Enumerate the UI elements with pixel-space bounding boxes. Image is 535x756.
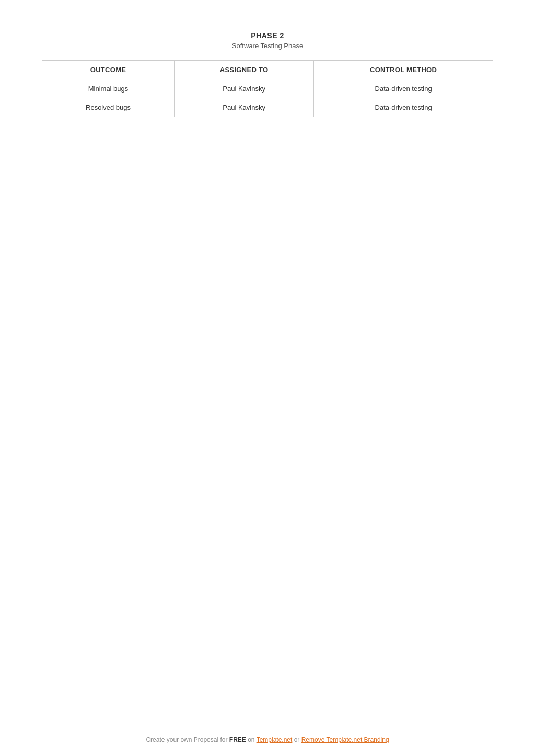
table-row: Minimal bugs Paul Kavinsky Data-driven t… <box>42 79 493 98</box>
data-table: OUTCOME ASSIGNED TO CONTROL METHOD Minim… <box>42 60 493 117</box>
footer-link-template[interactable]: Template.net <box>257 736 293 743</box>
cell-control-2: Data-driven testing <box>314 98 493 117</box>
table-header-row: OUTCOME ASSIGNED TO CONTROL METHOD <box>42 61 493 79</box>
footer-text-separator: or <box>292 736 301 743</box>
table-body: Minimal bugs Paul Kavinsky Data-driven t… <box>42 79 493 117</box>
footer: Create your own Proposal for FREE on Tem… <box>0 736 535 743</box>
footer-text-prefix: Create your own Proposal for <box>146 736 229 743</box>
phase-header: PHASE 2 Software Testing Phase <box>42 31 493 50</box>
table-row: Resolved bugs Paul Kavinsky Data-driven … <box>42 98 493 117</box>
cell-assigned-1: Paul Kavinsky <box>175 79 314 98</box>
col-header-outcome: OUTCOME <box>42 61 175 79</box>
col-header-control-method: CONTROL METHOD <box>314 61 493 79</box>
cell-control-1: Data-driven testing <box>314 79 493 98</box>
page-content: PHASE 2 Software Testing Phase OUTCOME A… <box>0 0 535 169</box>
phase-title: PHASE 2 <box>42 31 493 40</box>
footer-text-middle: on <box>246 736 257 743</box>
cell-assigned-2: Paul Kavinsky <box>175 98 314 117</box>
col-header-assigned-to: ASSIGNED TO <box>175 61 314 79</box>
footer-free-label: FREE <box>229 736 246 743</box>
footer-link-remove-branding[interactable]: Remove Template.net Branding <box>301 736 389 743</box>
cell-outcome-1: Minimal bugs <box>42 79 175 98</box>
phase-subtitle: Software Testing Phase <box>42 42 493 50</box>
table-head: OUTCOME ASSIGNED TO CONTROL METHOD <box>42 61 493 79</box>
cell-outcome-2: Resolved bugs <box>42 98 175 117</box>
